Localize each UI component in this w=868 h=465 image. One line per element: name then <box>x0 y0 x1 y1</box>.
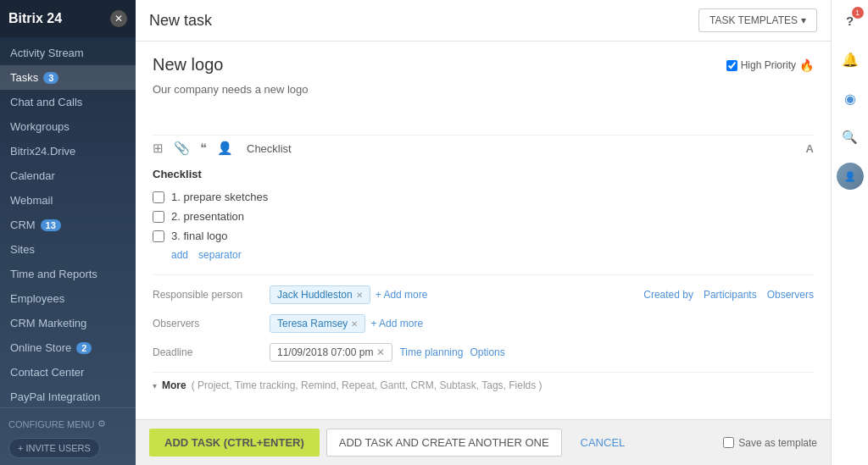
sidebar-item-chat-calls[interactable]: Chat and Calls <box>0 90 136 114</box>
add-task-create-another-button[interactable]: ADD TASK AND CREATE ANOTHER ONE <box>326 429 562 457</box>
sidebar-close-button[interactable]: ✕ <box>110 10 127 27</box>
more-row[interactable]: ▾ More ( Project, Time tracking, Remind,… <box>153 372 814 398</box>
sidebar-item-label: Workgroups <box>10 120 70 133</box>
grid-icon: ◉ <box>844 91 856 107</box>
sidebar-item-online-store[interactable]: Online Store 2 <box>0 335 136 360</box>
created-row: Created by Participants Observers <box>643 289 814 301</box>
sidebar-item-tasks[interactable]: Tasks 3 <box>0 65 136 90</box>
checklist-checkbox-3[interactable] <box>153 230 164 242</box>
configure-menu[interactable]: CONFIGURE MENU ⚙ <box>8 415 127 433</box>
responsible-label: Responsible person <box>153 289 263 301</box>
sidebar-item-crm[interactable]: CRM 13 <box>0 213 136 237</box>
bottom-bar: ADD TASK (CTRL+ENTER) ADD TASK AND CREAT… <box>136 419 831 465</box>
sidebar-item-sites[interactable]: Sites <box>0 237 136 262</box>
deadline-tag[interactable]: 11/09/2018 07:00 pm ✕ <box>270 343 392 362</box>
task-templates-label: TASK TEMPLATES <box>709 14 798 26</box>
deadline-row: Deadline 11/09/2018 07:00 pm ✕ Time plan… <box>153 343 814 362</box>
user-avatar: 👤 <box>837 163 864 190</box>
checklist-checkbox-1[interactable] <box>153 191 164 203</box>
mention-icon[interactable]: 👤 <box>217 141 233 156</box>
task-title-input[interactable] <box>153 55 695 75</box>
sidebar-item-bitrix24drive[interactable]: Bitrix24.Drive <box>0 139 136 163</box>
sidebar-item-employees[interactable]: Employees <box>0 286 136 311</box>
checklist-item-text-1: 1. prepare sketches <box>171 191 268 203</box>
observer-person-remove[interactable]: ✕ <box>351 319 358 329</box>
right-panel: ? 1 🔔 ◉ 🔍 👤 <box>831 0 868 465</box>
observers-row: Observers Teresa Ramsey ✕ + Add more <box>153 314 814 333</box>
checklist-title: Checklist <box>153 168 814 180</box>
observer-add-more[interactable]: + Add more <box>370 318 423 329</box>
sidebar-item-label: Contact Center <box>10 366 84 379</box>
invite-users-label: + INVITE USERS <box>18 443 91 453</box>
checklist-add-link[interactable]: add <box>171 249 188 261</box>
attach-icon[interactable]: 📎 <box>174 141 190 156</box>
sidebar-item-label: CRM Marketing <box>10 317 86 329</box>
apps-button[interactable]: ◉ <box>837 85 864 112</box>
deadline-date-text: 11/09/2018 07:00 pm <box>277 346 373 358</box>
main-area: New task TASK TEMPLATES ▾ High Priority … <box>136 0 831 465</box>
responsible-person-remove[interactable]: ✕ <box>356 291 363 300</box>
responsible-add-more[interactable]: + Add more <box>376 289 428 301</box>
chevron-right-icon: ▾ <box>153 381 157 390</box>
priority-checkbox[interactable] <box>726 60 737 71</box>
sidebar-item-label: PayPal Integration <box>10 390 100 403</box>
toolbar-row: ⊞ 📎 ❝ 👤 Checklist A <box>153 135 814 161</box>
sidebar: Bitrix 24 ✕ Activity Stream Tasks 3 Chat… <box>0 0 136 465</box>
save-template-label: Save as template <box>738 437 817 449</box>
form-area: High Priority 🔥 Our company needs a new … <box>136 42 831 419</box>
notifications-button[interactable]: 🔔 <box>837 46 864 73</box>
search-button[interactable]: 🔍 <box>837 124 864 151</box>
deadline-value: 11/09/2018 07:00 pm ✕ Time planning Opti… <box>270 343 814 362</box>
sidebar-item-label: Tasks <box>10 71 38 84</box>
deadline-label: Deadline <box>153 346 263 358</box>
sidebar-item-paypal[interactable]: PayPal Integration <box>0 385 136 407</box>
created-by-link[interactable]: Created by <box>643 289 693 301</box>
sidebar-item-crm-marketing[interactable]: CRM Marketing <box>0 311 136 335</box>
quote-icon[interactable]: ❝ <box>200 141 207 156</box>
observers-link[interactable]: Observers <box>767 289 814 301</box>
sidebar-item-label: Employees <box>10 292 64 305</box>
sidebar-item-calendar[interactable]: Calendar <box>0 163 136 188</box>
sidebar-footer: CONFIGURE MENU ⚙ + INVITE USERS <box>0 407 136 465</box>
checklist-section: Checklist 1. prepare sketches 2. present… <box>153 168 814 261</box>
sidebar-item-time-reports[interactable]: Time and Reports <box>0 262 136 286</box>
fields-section: Responsible person Jack Huddleston ✕ + A… <box>153 274 814 362</box>
checklist-item-1: 1. prepare sketches <box>153 187 814 207</box>
checklist-toolbar-label[interactable]: Checklist <box>247 142 292 155</box>
save-template-checkbox[interactable] <box>723 437 734 448</box>
options-link[interactable]: Options <box>470 346 504 358</box>
sidebar-item-label: Time and Reports <box>10 268 97 280</box>
tasks-badge: 3 <box>43 72 58 84</box>
checklist-item-2: 2. presentation <box>153 207 814 226</box>
avatar-button[interactable]: 👤 <box>837 163 864 190</box>
sidebar-item-webmail[interactable]: Webmail <box>0 188 136 213</box>
invite-users-button[interactable]: + INVITE USERS <box>8 438 100 458</box>
bell-icon: 🔔 <box>842 52 859 68</box>
format-text-icon[interactable]: A <box>806 142 814 155</box>
cancel-button[interactable]: CANCEL <box>569 429 637 456</box>
task-templates-button[interactable]: TASK TEMPLATES ▾ <box>698 8 817 32</box>
checklist-checkbox-2[interactable] <box>153 211 164 223</box>
deadline-remove[interactable]: ✕ <box>376 346 385 358</box>
sidebar-item-workgroups[interactable]: Workgroups <box>0 114 136 139</box>
settings-icon: ⚙ <box>97 418 106 429</box>
participants-link[interactable]: Participants <box>704 289 757 301</box>
responsible-person-name: Jack Huddleston <box>277 289 353 301</box>
checklist-item-text-2: 2. presentation <box>171 210 244 223</box>
time-planning-link[interactable]: Time planning <box>399 346 463 358</box>
priority-label[interactable]: High Priority 🔥 <box>726 58 814 72</box>
responsible-person-tag: Jack Huddleston ✕ <box>270 285 370 304</box>
sidebar-item-label: CRM <box>10 219 36 231</box>
help-button[interactable]: ? 1 <box>837 7 864 34</box>
sidebar-item-label: Calendar <box>10 169 55 182</box>
responsible-person-row: Responsible person Jack Huddleston ✕ + A… <box>153 285 814 304</box>
description-input[interactable]: Our company needs a new logo <box>153 83 814 125</box>
sidebar-item-contact-center[interactable]: Contact Center <box>0 360 136 385</box>
checklist-separator-link[interactable]: separator <box>198 249 242 261</box>
observers-label: Observers <box>153 318 263 329</box>
add-task-button[interactable]: ADD TASK (CTRL+ENTER) <box>149 429 320 457</box>
save-template-row: Save as template <box>723 437 817 449</box>
image-icon[interactable]: ⊞ <box>153 141 164 156</box>
sidebar-item-label: Webmail <box>10 194 53 207</box>
sidebar-item-activity-stream[interactable]: Activity Stream <box>0 41 136 65</box>
